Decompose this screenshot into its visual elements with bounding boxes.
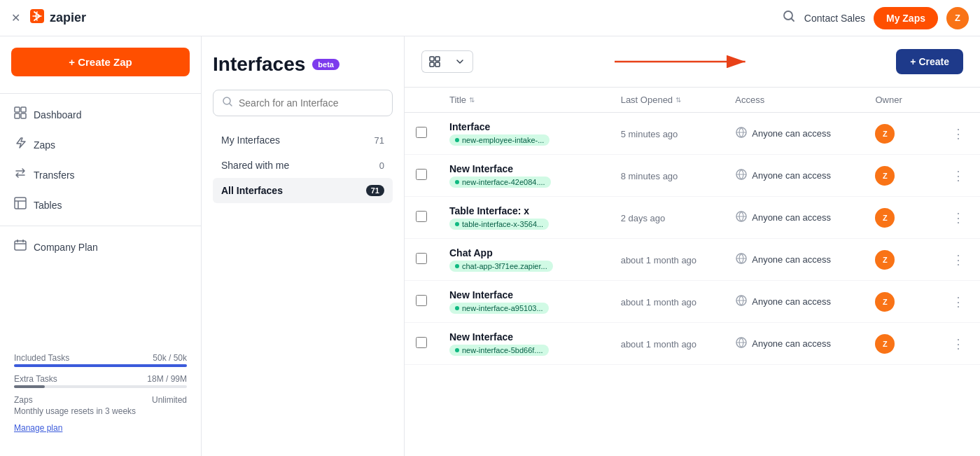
access-label: Anyone can access <box>752 212 831 223</box>
row-actions-cell: ⋮ <box>937 197 980 239</box>
sidebar-item-tables[interactable]: Tables <box>0 190 201 220</box>
row-opened-cell: 5 minutes ago <box>610 113 724 155</box>
create-button[interactable]: + Create <box>896 49 963 74</box>
owner-header: Owner <box>864 88 937 113</box>
slug-dot <box>455 180 459 184</box>
sidebar-item-label: Company Plan <box>34 242 98 253</box>
row-actions-cell: ⋮ <box>937 281 980 323</box>
row-checkbox[interactable] <box>416 169 427 180</box>
last-opened-header[interactable]: Last Opened ⇅ <box>610 88 724 113</box>
interface-title: New Interface <box>449 289 598 300</box>
table-row: Table Interface: x table-interface-x-356… <box>405 197 980 239</box>
my-zaps-button[interactable]: My Zaps <box>874 7 938 29</box>
interface-slug: new-employee-intake-... <box>449 134 550 146</box>
slug-text: chat-app-3f71ee.zapier... <box>462 262 547 270</box>
row-menu-button[interactable]: ⋮ <box>948 167 969 185</box>
svg-rect-3 <box>21 107 26 112</box>
dropdown-view-button[interactable] <box>447 50 473 73</box>
row-checkbox-cell <box>405 197 438 239</box>
owner-cell: Z <box>875 250 925 270</box>
row-access-cell: Anyone can access <box>724 281 864 323</box>
sidebar-item-company-plan[interactable]: Company Plan <box>0 232 201 262</box>
interface-slug: new-interface-42e084.... <box>449 177 551 188</box>
transfers-icon <box>14 167 27 183</box>
row-access-cell: Anyone can access <box>724 197 864 239</box>
row-checkbox[interactable] <box>416 253 427 264</box>
title-sort-icon: ⇅ <box>469 96 475 104</box>
time-ago: 8 minutes ago <box>621 171 678 181</box>
row-owner-cell: Z <box>864 281 937 323</box>
included-tasks-bar <box>14 364 187 367</box>
filter-all-interfaces[interactable]: All Interfaces 71 <box>213 178 393 203</box>
interface-title: Interface <box>449 121 598 132</box>
dashboard-icon <box>14 106 27 123</box>
search-box-icon <box>222 96 233 110</box>
sidebar: + Create Zap Dashboard Zaps <box>0 36 202 456</box>
filter-my-interfaces[interactable]: My Interfaces 71 <box>213 127 393 153</box>
sidebar-item-zaps[interactable]: Zaps <box>0 130 201 160</box>
manage-plan-link[interactable]: Manage plan <box>14 423 62 433</box>
access-label: Anyone can access <box>752 128 831 139</box>
row-checkbox[interactable] <box>416 337 427 348</box>
row-menu-button[interactable]: ⋮ <box>948 251 969 269</box>
svg-rect-6 <box>15 198 26 209</box>
contact-sales-link[interactable]: Contact Sales <box>804 13 865 24</box>
row-menu-button[interactable]: ⋮ <box>948 209 969 227</box>
interface-slug: chat-app-3f71ee.zapier... <box>449 261 553 272</box>
row-checkbox[interactable] <box>416 295 427 306</box>
slug-dot <box>455 306 459 310</box>
owner-avatar: Z <box>875 292 895 312</box>
interface-title: New Interface <box>449 163 598 174</box>
filter-label: Shared with me <box>221 160 289 171</box>
monthly-reset-text: Monthly usage resets in 3 weeks <box>14 406 187 416</box>
globe-icon <box>735 252 748 268</box>
extra-tasks-label: Extra Tasks 18M / 99M <box>14 374 187 384</box>
avatar[interactable]: Z <box>946 7 969 29</box>
actions-header <box>937 88 980 113</box>
slug-dot <box>455 348 459 352</box>
owner-cell: Z <box>875 166 925 186</box>
access-label: Anyone can access <box>752 170 831 181</box>
sidebar-item-label: Zaps <box>34 139 55 151</box>
owner-avatar: Z <box>875 124 895 144</box>
access-label: Anyone can access <box>752 254 831 265</box>
access-header: Access <box>724 88 864 113</box>
row-title-cell: Table Interface: x table-interface-x-356… <box>438 197 610 239</box>
row-title-cell: New Interface new-interface-5bd66f.... <box>438 323 610 365</box>
row-access-cell: Anyone can access <box>724 113 864 155</box>
row-checkbox[interactable] <box>416 211 427 222</box>
filter-shared-with-me[interactable]: Shared with me 0 <box>213 153 393 178</box>
access-label: Anyone can access <box>752 338 831 349</box>
grid-view-button[interactable] <box>421 50 447 73</box>
row-owner-cell: Z <box>864 197 937 239</box>
close-icon[interactable]: ✕ <box>11 11 20 25</box>
time-ago: about 1 month ago <box>621 255 696 265</box>
time-ago: 2 days ago <box>621 213 666 223</box>
row-menu-button[interactable]: ⋮ <box>948 293 969 311</box>
search-box[interactable] <box>213 90 393 116</box>
row-opened-cell: 8 minutes ago <box>610 155 724 197</box>
globe-icon <box>735 294 748 310</box>
row-checkbox[interactable] <box>416 127 427 138</box>
access-cell: Anyone can access <box>735 126 853 141</box>
row-menu-button[interactable]: ⋮ <box>948 125 969 143</box>
search-icon[interactable] <box>782 9 796 27</box>
row-owner-cell: Z <box>864 323 937 365</box>
svg-rect-12 <box>435 57 440 61</box>
row-actions-cell: ⋮ <box>937 155 980 197</box>
sidebar-item-transfers[interactable]: Transfers <box>0 160 201 190</box>
row-opened-cell: about 1 month ago <box>610 239 724 281</box>
row-checkbox-cell <box>405 281 438 323</box>
last-opened-sort-icon: ⇅ <box>676 96 681 104</box>
row-menu-button[interactable]: ⋮ <box>948 335 969 353</box>
arrow-indicator <box>473 48 896 76</box>
row-actions-cell: ⋮ <box>937 113 980 155</box>
search-input[interactable] <box>239 97 384 109</box>
title-header[interactable]: Title ⇅ <box>438 88 610 113</box>
create-zap-button[interactable]: + Create Zap <box>11 48 190 76</box>
globe-icon <box>735 336 748 352</box>
sidebar-item-dashboard[interactable]: Dashboard <box>0 99 201 130</box>
interface-slug: new-interface-5bd66f.... <box>449 345 549 356</box>
owner-avatar: Z <box>875 166 895 186</box>
svg-rect-4 <box>15 113 20 118</box>
